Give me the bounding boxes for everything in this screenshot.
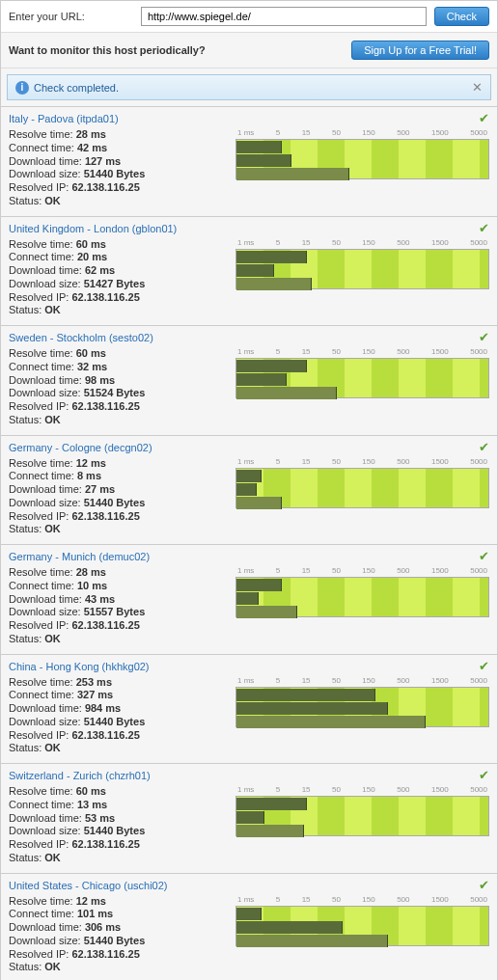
url-input[interactable]	[141, 7, 427, 26]
info-icon: i	[15, 81, 29, 95]
signup-button[interactable]: Sign Up for a Free Trial!	[351, 41, 489, 60]
connect-bar	[236, 811, 264, 824]
tick-label: 50	[332, 347, 341, 356]
resolve-bar	[236, 798, 307, 810]
stats-block: Resolve time: 12 ms Connect time: 101 ms…	[9, 895, 226, 975]
location-block: United Kingdom - London (gblon01) ✔ Reso…	[1, 216, 497, 326]
checkmark-icon: ✔	[479, 111, 489, 125]
stats-block: Resolve time: 60 ms Connect time: 32 ms …	[9, 347, 226, 427]
tick-label: 50	[332, 457, 341, 466]
tick-label: 5	[276, 785, 280, 794]
monitor-text: Want to monitor this host periodically?	[9, 44, 206, 56]
tick-label: 50	[332, 238, 341, 247]
chart-zone: 1 ms5155015050015005000	[235, 566, 489, 646]
tick-label: 500	[397, 895, 409, 904]
latency-chart	[235, 358, 489, 398]
tick-label: 5000	[470, 676, 487, 685]
connect-bar	[236, 921, 343, 934]
stats-block: Resolve time: 28 ms Connect time: 10 ms …	[9, 566, 226, 646]
location-title: China - Hong Kong (hkhkg02)	[9, 659, 489, 672]
connect-bar	[236, 373, 287, 386]
tick-label: 5000	[470, 785, 487, 794]
download-bar	[236, 387, 337, 399]
tick-label: 500	[397, 785, 409, 794]
tick-label: 50	[332, 128, 341, 137]
download-bar	[236, 825, 304, 837]
tick-label: 5000	[470, 566, 487, 575]
latency-chart	[235, 468, 489, 508]
tick-label: 5	[276, 566, 280, 575]
checkmark-icon: ✔	[479, 221, 489, 235]
location-title: Germany - Munich (demuc02)	[9, 549, 489, 562]
connect-bar	[236, 702, 388, 715]
resolve-bar	[236, 470, 262, 482]
tick-label: 1500	[431, 128, 449, 137]
location-block: United States - Chicago (uschi02) ✔ Reso…	[1, 873, 497, 981]
tick-label: 15	[302, 128, 311, 137]
tick-label: 15	[302, 457, 311, 466]
location-title: United States - Chicago (uschi02)	[9, 878, 489, 891]
tick-label: 50	[332, 566, 341, 575]
download-bar	[236, 716, 426, 728]
chart-zone: 1 ms5155015050015005000	[235, 676, 489, 756]
tick-label: 5000	[470, 457, 487, 466]
stats-block: Resolve time: 253 ms Connect time: 327 m…	[9, 676, 226, 756]
status-text: Check completed.	[34, 82, 119, 94]
tick-label: 150	[362, 895, 374, 904]
tick-label: 15	[302, 347, 311, 356]
download-bar	[236, 168, 349, 180]
chart-zone: 1 ms5155015050015005000	[235, 238, 489, 318]
location-block: Germany - Cologne (decgn02) ✔ Resolve ti…	[1, 435, 497, 545]
stats-block: Resolve time: 60 ms Connect time: 20 ms …	[9, 238, 226, 318]
tick-label: 1 ms	[237, 676, 254, 685]
download-bar	[236, 606, 297, 618]
tick-label: 50	[332, 895, 341, 904]
tick-label: 1 ms	[237, 785, 254, 794]
download-bar	[236, 497, 282, 509]
tick-label: 500	[397, 128, 409, 137]
location-title: Sweden - Stockholm (sesto02)	[9, 330, 489, 343]
location-block: Sweden - Stockholm (sesto02) ✔ Resolve t…	[1, 325, 497, 435]
connect-bar	[236, 592, 259, 605]
tick-label: 15	[302, 238, 311, 247]
tick-label: 1500	[431, 676, 449, 685]
tick-label: 150	[362, 457, 374, 466]
location-block: Germany - Munich (demuc02) ✔ Resolve tim…	[1, 544, 497, 654]
latency-chart	[235, 139, 489, 179]
latency-chart	[235, 906, 489, 946]
tick-label: 15	[302, 785, 311, 794]
tick-label: 500	[397, 457, 409, 466]
chart-zone: 1 ms5155015050015005000	[235, 785, 489, 865]
tick-label: 1500	[431, 785, 449, 794]
location-title: United Kingdom - London (gblon01)	[9, 221, 489, 234]
latency-chart	[235, 577, 489, 617]
tick-label: 5	[276, 457, 280, 466]
tick-label: 150	[362, 238, 374, 247]
tick-label: 50	[332, 785, 341, 794]
tick-label: 1500	[431, 238, 449, 247]
tick-label: 1500	[431, 895, 449, 904]
tick-label: 5000	[470, 895, 487, 904]
tick-label: 50	[332, 676, 341, 685]
checkmark-icon: ✔	[479, 440, 489, 454]
chart-zone: 1 ms5155015050015005000	[235, 895, 489, 975]
resolve-bar	[236, 689, 375, 701]
checkmark-icon: ✔	[479, 878, 489, 892]
tick-label: 1500	[431, 457, 449, 466]
chart-zone: 1 ms5155015050015005000	[235, 457, 489, 537]
connect-bar	[236, 483, 257, 496]
tick-label: 5	[276, 895, 280, 904]
resolve-bar	[236, 579, 282, 591]
tick-label: 500	[397, 676, 409, 685]
latency-chart	[235, 249, 489, 289]
tick-label: 1500	[431, 347, 449, 356]
tick-label: 1 ms	[237, 128, 254, 137]
check-button[interactable]: Check	[434, 7, 489, 26]
tick-label: 15	[302, 895, 311, 904]
tick-label: 5	[276, 128, 280, 137]
tick-label: 5000	[470, 128, 487, 137]
close-icon[interactable]: ✕	[472, 80, 483, 95]
tick-label: 5000	[470, 238, 487, 247]
download-bar	[236, 278, 312, 290]
location-title: Italy - Padova (itpda01)	[9, 111, 489, 124]
